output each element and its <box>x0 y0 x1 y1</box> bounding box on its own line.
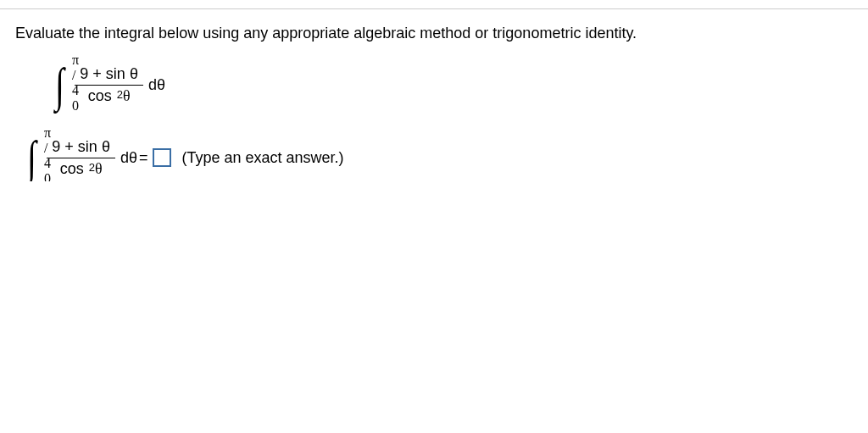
fraction-numerator-2: 9 + sin θ <box>47 138 115 158</box>
denom-variable-2: θ <box>95 160 103 177</box>
integral-expression-answer: π / 4 ∫ 0 9 + sin θ cos 2θ dθ <box>25 134 137 181</box>
denom-base-2: cos <box>60 160 84 177</box>
integral-answer-line: π / 4 ∫ 0 9 + sin θ cos 2θ dθ = (Type an… <box>25 134 853 181</box>
lower-limit-2: 0 <box>44 171 51 181</box>
differential: dθ <box>148 76 165 94</box>
equals-sign: = <box>139 149 148 167</box>
upper-limit-2: π / 4 <box>44 125 51 171</box>
fraction-denominator-2: cos 2θ <box>55 158 108 178</box>
differential-2: dθ <box>120 149 137 167</box>
integral-expression: π / 4 ∫ 0 9 + sin θ cos 2θ dθ <box>53 61 165 108</box>
integrand-fraction: 9 + sin θ cos 2θ <box>75 65 143 105</box>
question-prompt: Evaluate the integral below using any ap… <box>15 25 853 42</box>
answer-hint: (Type an exact answer.) <box>181 149 343 167</box>
top-divider <box>0 8 868 9</box>
integral-sign-block: π / 4 ∫ 0 <box>53 61 66 108</box>
numerator-text: 9 + sin θ <box>80 65 138 82</box>
integral-symbol-2: ∫ <box>27 134 36 181</box>
numerator-text-2: 9 + sin θ <box>52 138 110 155</box>
integral-display: π / 4 ∫ 0 9 + sin θ cos 2θ dθ <box>53 61 853 108</box>
denom-base: cos <box>88 87 112 104</box>
fraction-numerator: 9 + sin θ <box>75 65 143 86</box>
denom-variable: θ <box>123 87 131 104</box>
fraction-denominator: cos 2θ <box>83 86 136 105</box>
denom-exponent: 2 <box>117 88 123 101</box>
denom-exponent-2: 2 <box>89 161 95 174</box>
content-area: Evaluate the integral below using any ap… <box>0 25 868 181</box>
lower-limit: 0 <box>72 98 79 114</box>
integrand-fraction-2: 9 + sin θ cos 2θ <box>47 138 115 178</box>
integral-sign-block-2: π / 4 ∫ 0 <box>25 134 38 181</box>
answer-input[interactable] <box>153 148 171 167</box>
integral-symbol: ∫ <box>55 61 64 108</box>
upper-limit: π / 4 <box>72 53 79 98</box>
